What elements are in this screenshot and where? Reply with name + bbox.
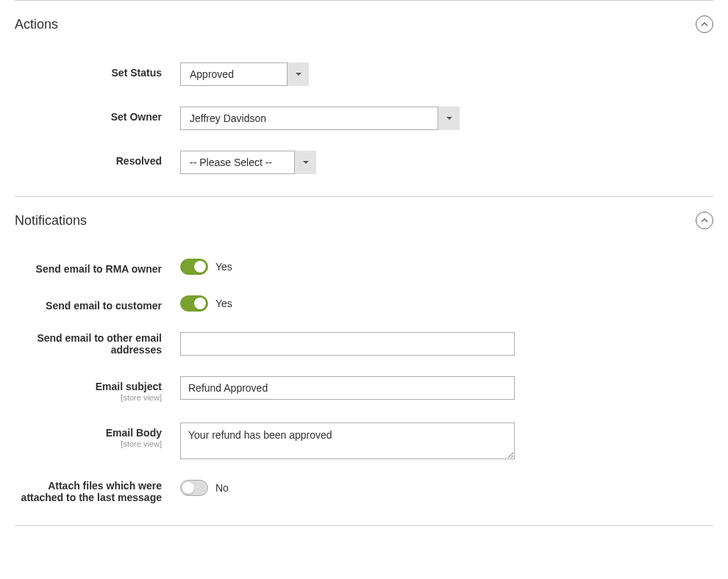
email-body-scope: [store view]: [15, 439, 162, 448]
send-owner-row: Send email to RMA owner Yes: [15, 259, 713, 275]
notifications-collapse-button[interactable]: [696, 212, 713, 229]
actions-section-header: Actions: [0, 1, 728, 48]
email-subject-label: Email subject: [96, 381, 162, 392]
send-owner-toggle[interactable]: [180, 259, 208, 275]
send-other-input[interactable]: [180, 332, 515, 356]
chevron-up-icon: [701, 215, 708, 226]
set-status-label: Set Status: [112, 67, 162, 79]
email-subject-scope: [store view]: [15, 393, 162, 402]
attach-files-value: No: [215, 482, 229, 494]
actions-collapse-button[interactable]: [696, 15, 713, 33]
set-owner-row: Set Owner Jeffrey Davidson: [15, 107, 713, 130]
send-other-row: Send email to other email addresses: [15, 332, 713, 356]
set-status-row: Set Status Approved: [15, 62, 713, 86]
set-owner-select[interactable]: Jeffrey Davidson: [180, 107, 460, 130]
email-subject-input[interactable]: [180, 376, 515, 400]
set-status-select[interactable]: Approved: [180, 62, 309, 86]
send-customer-value: Yes: [215, 298, 232, 309]
send-owner-label: Send email to RMA owner: [36, 263, 162, 275]
chevron-up-icon: [701, 19, 708, 30]
send-customer-row: Send email to customer Yes: [15, 295, 713, 312]
email-subject-row: Email subject [store view]: [15, 376, 713, 402]
resolved-select[interactable]: -- Please Select --: [180, 151, 316, 174]
email-body-label: Email Body: [106, 427, 162, 439]
actions-fields: Set Status Approved Set Owner Jeffrey Da…: [0, 48, 728, 196]
divider-bottom: [15, 525, 713, 526]
send-other-label: Send email to other email addresses: [37, 332, 162, 356]
notifications-section-title: Notifications: [15, 213, 87, 229]
email-body-row: Email Body [store view]: [15, 422, 713, 459]
resolved-label: Resolved: [116, 155, 162, 167]
send-customer-label: Send email to customer: [46, 300, 162, 312]
send-customer-toggle[interactable]: [180, 295, 208, 312]
attach-files-toggle[interactable]: [180, 480, 208, 496]
email-body-textarea[interactable]: [180, 422, 515, 459]
actions-section-title: Actions: [15, 17, 58, 32]
attach-files-label: Attach files which were attached to the …: [21, 480, 162, 503]
attach-files-row: Attach files which were attached to the …: [15, 480, 713, 503]
resolved-row: Resolved -- Please Select --: [15, 151, 713, 174]
notifications-section-header: Notifications: [0, 197, 728, 244]
notifications-fields: Send email to RMA owner Yes Send email t…: [0, 244, 728, 525]
set-owner-label: Set Owner: [111, 111, 162, 123]
send-owner-value: Yes: [215, 261, 232, 273]
